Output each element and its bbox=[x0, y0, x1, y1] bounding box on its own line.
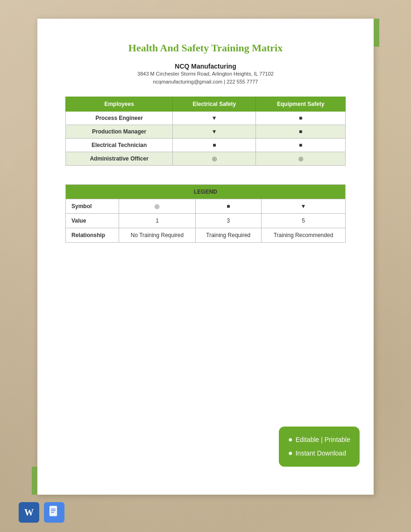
word-icon-label: W bbox=[24, 507, 34, 518]
training-matrix-table: Employees Electrical Safety Equipment Sa… bbox=[65, 97, 346, 166]
electrical-safety-value: ◎ bbox=[173, 152, 256, 166]
badge-item-download: ● Instant Download bbox=[288, 447, 350, 460]
legend-header-row: LEGEND bbox=[66, 185, 346, 199]
table-row: Electrical Technician ■ ■ bbox=[66, 139, 346, 152]
equipment-safety-value: ■ bbox=[256, 139, 346, 152]
value-label: Value bbox=[66, 214, 119, 228]
electrical-safety-value: ▼ bbox=[173, 125, 256, 139]
numeric-value-3: 5 bbox=[262, 214, 346, 228]
page-container: Health And Safety Training Matrix NCQ Ma… bbox=[37, 19, 374, 495]
table-row: Production Manager ▼ ■ bbox=[66, 125, 346, 139]
relationship-value-3: Training Recommended bbox=[262, 228, 346, 243]
symbol-value-3: ▼ bbox=[262, 199, 346, 214]
table-row: Process Engineer ▼ ■ bbox=[66, 112, 346, 125]
legend-table: LEGEND Symbol ◎ ■ ▼ Value 1 3 5 Relation… bbox=[65, 184, 346, 243]
numeric-value-1: 1 bbox=[119, 214, 195, 228]
legend-value-row: Value 1 3 5 bbox=[66, 214, 346, 228]
company-block: NCQ Manufacturing 3843 M Circhester Stor… bbox=[65, 63, 346, 85]
corner-decoration-bottom bbox=[32, 467, 37, 495]
numeric-value-2: 3 bbox=[195, 214, 261, 228]
symbol-value-1: ◎ bbox=[119, 199, 195, 214]
svg-rect-3 bbox=[51, 511, 56, 511]
relationship-value-1: No Training Required bbox=[119, 228, 195, 243]
bullet-icon-2: ● bbox=[288, 447, 293, 460]
electrical-safety-value: ■ bbox=[173, 139, 256, 152]
equipment-safety-value: ■ bbox=[256, 112, 346, 125]
electrical-safety-value: ▼ bbox=[173, 112, 256, 125]
badge-item-editable: ● Editable | Printable bbox=[288, 433, 350, 447]
table-row: Administrative Officer ◎ ◎ bbox=[66, 152, 346, 166]
relationship-value-2: Training Required bbox=[195, 228, 261, 243]
relationship-label: Relationship bbox=[66, 228, 119, 243]
col-header-electrical: Electrical Safety bbox=[173, 97, 256, 112]
col-header-employees: Employees bbox=[66, 97, 173, 112]
legend-symbol-row: Symbol ◎ ■ ▼ bbox=[66, 199, 346, 214]
bullet-icon: ● bbox=[288, 433, 293, 447]
svg-rect-4 bbox=[51, 512, 54, 513]
download-badge[interactable]: ● Editable | Printable ● Instant Downloa… bbox=[279, 427, 360, 467]
company-address-line2: ncqmanufacturing@gmail.com | 222 555 777… bbox=[65, 78, 346, 86]
word-icon[interactable]: W bbox=[19, 502, 39, 523]
employee-name: Process Engineer bbox=[66, 112, 173, 125]
equipment-safety-value: ◎ bbox=[256, 152, 346, 166]
docs-svg-icon bbox=[49, 506, 60, 519]
svg-rect-2 bbox=[51, 509, 56, 510]
app-icons-container: W bbox=[19, 502, 64, 523]
col-header-equipment: Equipment Safety bbox=[256, 97, 346, 112]
badge-download-text: Instant Download bbox=[296, 448, 346, 459]
corner-decoration-top bbox=[374, 19, 379, 47]
legend-relationship-row: Relationship No Training Required Traini… bbox=[66, 228, 346, 243]
company-address-line1: 3843 M Circhester Stormi Road, Arlington… bbox=[65, 70, 346, 78]
badge-editable-text: Editable | Printable bbox=[296, 434, 350, 446]
employee-name: Production Manager bbox=[66, 125, 173, 139]
company-name: NCQ Manufacturing bbox=[65, 63, 346, 70]
symbol-value-2: ■ bbox=[195, 199, 261, 214]
docs-icon[interactable] bbox=[44, 502, 64, 523]
employee-name: Electrical Technician bbox=[66, 139, 173, 152]
employee-name: Administrative Officer bbox=[66, 152, 173, 166]
legend-title: LEGEND bbox=[66, 185, 346, 199]
symbol-label: Symbol bbox=[66, 199, 119, 214]
equipment-safety-value: ■ bbox=[256, 125, 346, 139]
document-title: Health And Safety Training Matrix bbox=[65, 42, 346, 54]
